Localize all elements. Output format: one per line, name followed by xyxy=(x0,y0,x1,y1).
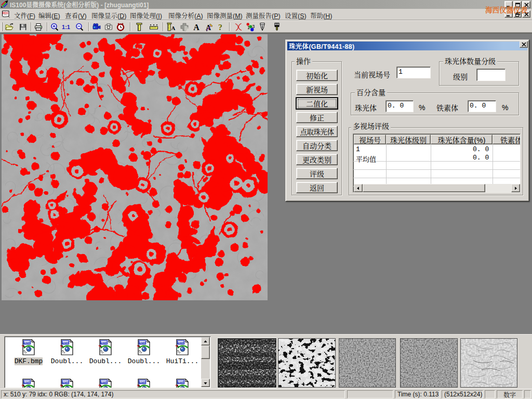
svg-text:BMP: BMP xyxy=(139,341,145,344)
svg-text:1:1: 1:1 xyxy=(62,24,70,30)
svg-text:BMP: BMP xyxy=(23,341,30,344)
svg-text:BMP: BMP xyxy=(62,341,69,344)
svg-text:BMP: BMP xyxy=(139,381,145,384)
svg-text:A: A xyxy=(193,23,200,32)
svg-text:BMP: BMP xyxy=(100,381,107,384)
svg-text:DOC: DOC xyxy=(2,11,8,15)
svg-text:BMP: BMP xyxy=(62,381,69,384)
svg-text:BMP: BMP xyxy=(100,341,107,344)
svg-text:BMP: BMP xyxy=(23,381,30,384)
svg-text:?: ? xyxy=(218,23,222,32)
svg-text:BMP: BMP xyxy=(177,381,184,384)
svg-text:BMP: BMP xyxy=(177,341,184,344)
svg-text:A: A xyxy=(171,25,176,31)
